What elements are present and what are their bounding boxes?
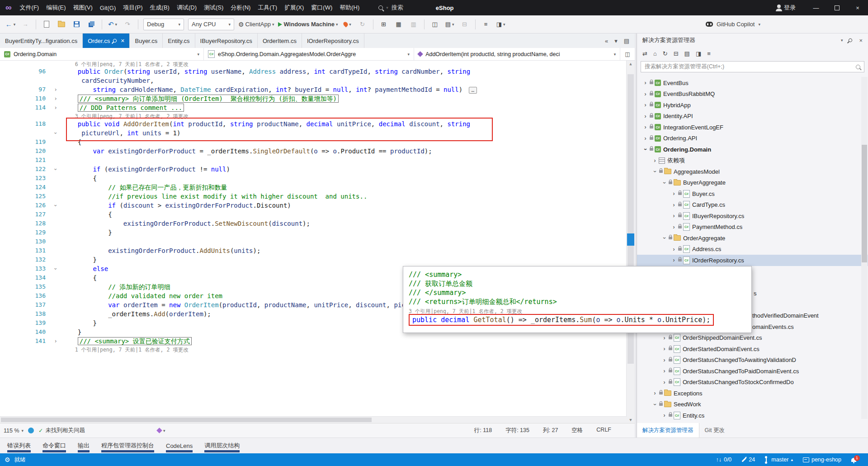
code-line[interactable]: 128 existingOrderForProduct.SetNewDiscou…: [0, 219, 635, 228]
preview-selected-icon[interactable]: ◨: [696, 50, 701, 57]
bottom-panel-tab[interactable]: 输出: [78, 438, 90, 453]
code-line[interactable]: 132 }: [0, 255, 635, 264]
tree-item[interactable]: ›C#Address.cs: [637, 244, 868, 255]
line-number[interactable]: 124: [0, 183, 49, 192]
tree-item[interactable]: ›C#OrderStatusChangedToAwaitingValidatio…: [637, 355, 868, 366]
menu-item[interactable]: 编辑(E): [42, 0, 69, 15]
expand-collapse-icon[interactable]: ›: [670, 190, 678, 197]
tree-item[interactable]: ›C#EventBus: [637, 77, 868, 89]
codelens-info[interactable]: 3 个引用|peng, 7 天前|1 名作者, 2 项更改: [409, 308, 522, 314]
line-number[interactable]: 130: [0, 237, 49, 246]
toolbar-extra-button-1[interactable]: ⊞: [377, 19, 391, 30]
hot-reload-button[interactable]: ▾: [341, 19, 354, 30]
toolbar-extra-button-7[interactable]: ≡: [479, 19, 493, 30]
git-repo-button[interactable]: peng-eshop: [803, 456, 841, 463]
code-line[interactable]: 130: [0, 237, 635, 246]
line-number[interactable]: 97: [0, 85, 49, 94]
menu-item[interactable]: 扩展(X): [281, 0, 307, 15]
expand-collapse-icon[interactable]: ›: [660, 379, 668, 385]
pin-icon[interactable]: [113, 38, 118, 43]
expand-collapse-icon[interactable]: ›: [642, 113, 649, 119]
show-all-files-icon[interactable]: ≡: [707, 50, 711, 57]
expand-collapse-icon[interactable]: ›: [651, 401, 659, 408]
expand-collapse-icon[interactable]: ›: [642, 146, 649, 152]
menu-item[interactable]: 生成(B): [146, 0, 173, 15]
notifications-button[interactable]: 1: [851, 458, 856, 462]
navigate-back-button[interactable]: ←▾: [4, 19, 17, 30]
tree-item[interactable]: ›C#Entity.cs: [637, 410, 868, 420]
tree-item[interactable]: ›C#IBuyerRepository.cs: [637, 210, 868, 222]
open-file-button[interactable]: [55, 19, 68, 30]
line-number[interactable]: 118: [0, 119, 49, 128]
toolbar-extra-button-2[interactable]: ▦: [392, 19, 406, 30]
menu-item[interactable]: 项目(P): [119, 0, 146, 15]
fold-arrow-icon[interactable]: ›: [49, 264, 62, 273]
doc-tab[interactable]: IOrderRepository.cs: [302, 33, 364, 48]
collapsed-region-icon[interactable]: …: [469, 87, 477, 94]
background-tasks-icon[interactable]: ⚙: [5, 456, 10, 463]
github-copilot-button[interactable]: GitHub Copilot ▾: [706, 21, 760, 28]
tree-item[interactable]: ›C#EventBusRabbitMQ: [637, 89, 868, 100]
character-indicator[interactable]: 字符: 135: [505, 427, 529, 434]
expand-collapse-icon[interactable]: ›: [660, 368, 668, 374]
platform-select[interactable]: Any CPU▾: [188, 19, 234, 30]
quick-actions-button[interactable]: ▾: [157, 428, 165, 433]
git-branch-button[interactable]: master▴: [765, 456, 793, 463]
minimize-button[interactable]: —: [806, 0, 826, 15]
tool-window-tab[interactable]: Git 更改: [699, 423, 730, 437]
line-number[interactable]: 141: [0, 337, 49, 346]
solution-explorer-search[interactable]: 搜索解决方案资源管理器(Ctrl+;): [641, 61, 864, 72]
fold-arrow-icon[interactable]: ›: [49, 103, 62, 112]
expand-collapse-icon[interactable]: ›: [660, 180, 668, 186]
tree-item[interactable]: ›C#Ordering.Domain: [637, 144, 868, 155]
doc-tab[interactable]: OrderItem.cs: [258, 33, 302, 48]
code-line[interactable]: /// </summary>: [409, 288, 746, 297]
expand-collapse-icon[interactable]: ›: [660, 335, 668, 341]
save-button[interactable]: [70, 19, 83, 30]
save-all-button[interactable]: [85, 19, 98, 30]
expand-collapse-icon[interactable]: ›: [651, 168, 659, 175]
breadcrumb-namespace[interactable]: C# eShop.Ordering.Domain.AggregatesModel…: [204, 48, 414, 60]
code-line[interactable]: 124 // 如果已存在同一产品，更新折扣和数量: [0, 183, 635, 192]
menu-item[interactable]: Git(G): [96, 0, 119, 15]
bottom-panel-tab[interactable]: 命令窗口: [42, 438, 66, 453]
code-line[interactable]: 120 var existingOrderForProduct = _order…: [0, 147, 635, 156]
line-number[interactable]: 134: [0, 273, 49, 282]
doc-tab[interactable]: Order.cs×: [83, 33, 130, 48]
code-line[interactable]: /// <summary>: [409, 270, 746, 279]
close-icon[interactable]: ×: [121, 38, 124, 44]
home-icon[interactable]: ⌂: [653, 50, 657, 57]
tree-item[interactable]: ›C#OrderStatusChangedToPaidDomainEvent.c…: [637, 366, 868, 377]
line-number[interactable]: 119: [0, 138, 49, 147]
run-button[interactable]: Windows Machine▾: [277, 19, 339, 30]
breadcrumb-project[interactable]: C# Ordering.Domain ▾: [0, 48, 204, 60]
line-number[interactable]: [0, 112, 49, 119]
fold-arrow-icon[interactable]: ›: [49, 94, 62, 103]
line-number[interactable]: [0, 128, 49, 138]
code-line[interactable]: 141› /// <summary> 设置已验证支付方式: [0, 337, 635, 346]
tree-item[interactable]: ›C#IOrderRepository.cs: [637, 255, 868, 266]
code-line[interactable]: /// <returns>订单明细金额总和</returns>: [409, 297, 746, 306]
doc-tab[interactable]: BuyerEntityTy...figuration.cs: [0, 33, 83, 48]
collapse-all-icon[interactable]: ⊟: [674, 50, 679, 57]
scroll-tabs-left-icon[interactable]: «: [605, 38, 608, 44]
window-position-icon[interactable]: ▾: [841, 38, 843, 43]
fold-arrow-icon[interactable]: ›: [49, 85, 62, 94]
tree-item[interactable]: ›依赖项: [637, 155, 868, 166]
navigate-forward-button[interactable]: →: [19, 19, 32, 30]
code-line[interactable]: › pictureUrl, int units = 1): [0, 128, 635, 138]
doc-tab[interactable]: Entity.cs: [163, 33, 195, 48]
tree-item[interactable]: ›C#CardType.cs: [637, 200, 868, 211]
code-line[interactable]: 122› if (existingOrderForProduct != null…: [0, 165, 635, 174]
bottom-panel-tab[interactable]: 程序包管理器控制台: [101, 438, 154, 453]
editor-horizontal-scrollbar[interactable]: [0, 416, 627, 423]
code-line[interactable]: /// 获取订单总金额: [409, 279, 746, 288]
refresh-icon[interactable]: ↻: [663, 50, 668, 57]
code-line[interactable]: 96 public Order(string userId, string us…: [0, 67, 635, 76]
line-number[interactable]: 131: [0, 246, 49, 255]
redo-button[interactable]: ↷: [121, 19, 134, 30]
code-line[interactable]: 127 {: [0, 210, 635, 219]
expand-collapse-icon[interactable]: ›: [670, 202, 678, 208]
expand-collapse-icon[interactable]: ›: [651, 390, 659, 396]
tree-item[interactable]: ›C#OrderStartedDomainEvent.cs: [637, 343, 868, 355]
